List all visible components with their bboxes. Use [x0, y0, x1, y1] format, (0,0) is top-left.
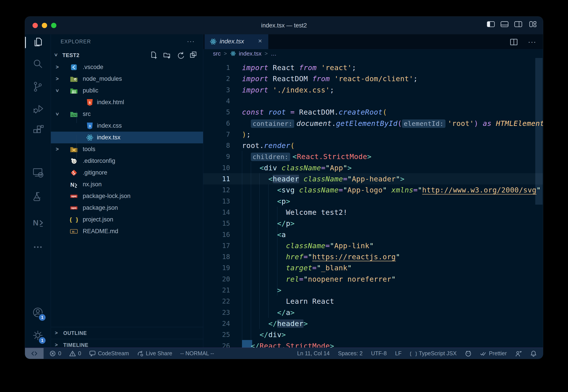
- code-line-19[interactable]: 19 target="_blank": [203, 262, 543, 273]
- code-line-13[interactable]: 13 <p>: [203, 196, 543, 207]
- outline-panel-label: OUTLINE: [63, 330, 87, 336]
- status-item-end-of-line[interactable]: LF: [395, 350, 402, 357]
- code-line-content: children:<React.StrictMode>: [242, 152, 372, 161]
- code-line-6[interactable]: 6 container:document.getElementById(elem…: [203, 118, 543, 129]
- code-line-8[interactable]: 8root.render(: [203, 140, 543, 151]
- activity-item-remote-explorer[interactable]: [32, 166, 44, 179]
- tree-item-nx.json[interactable]: Nnx.json: [51, 179, 203, 190]
- code-line-24[interactable]: 24 </header>: [203, 318, 543, 329]
- tree-item-tools[interactable]: >tools: [51, 143, 203, 155]
- code-line-12[interactable]: 12 <svg className="App-logo" xmlns="http…: [203, 184, 543, 196]
- code-line-23[interactable]: 23 </a>: [203, 307, 543, 318]
- activity-item-extensions[interactable]: [32, 124, 44, 136]
- code-line-3[interactable]: 3import './index.css';: [203, 84, 543, 96]
- doublecheck-icon: [480, 350, 487, 357]
- status-item-live-share[interactable]: Live Share: [137, 350, 172, 357]
- status-item-problems-warnings[interactable]: 0: [69, 350, 81, 357]
- code-line-18[interactable]: 18 href="https://reactjs.org": [203, 251, 543, 262]
- breadcrumb-item-index.tsx[interactable]: index.tsx: [230, 50, 262, 57]
- line-number: 5: [203, 108, 230, 116]
- split-editor-button[interactable]: [509, 37, 518, 46]
- tree-item-label: index.html: [97, 99, 124, 106]
- tab-index-tsx[interactable]: index.tsx ×: [205, 34, 268, 49]
- json-braces-icon: { }: [70, 216, 78, 224]
- status-item-prettier[interactable]: Prettier: [480, 350, 507, 357]
- close-tab-icon[interactable]: ×: [258, 37, 262, 45]
- code-line-content: rel="noopener noreferrer": [242, 275, 396, 284]
- code-line-22[interactable]: 22 Learn React: [203, 295, 543, 307]
- code-line-11[interactable]: 11 <header className="App-header">: [203, 173, 543, 184]
- tree-item-public[interactable]: >public: [51, 85, 203, 97]
- code-line-9[interactable]: 9 children:<React.StrictMode>: [203, 151, 543, 162]
- tree-item-index.html[interactable]: 5index.html: [51, 97, 203, 108]
- breadcrumb-item-…[interactable]: …: [271, 50, 277, 57]
- tree-item-.gitignore[interactable]: .gitignore: [51, 167, 203, 179]
- code-line-10[interactable]: 10 <div className="App">: [203, 162, 543, 173]
- tree-item-.vscode[interactable]: >.vscode: [51, 61, 203, 73]
- tree-item-package.json[interactable]: npmpackage.json: [51, 202, 203, 214]
- code-line-5[interactable]: 5const root = ReactDOM.createRoot(: [203, 106, 543, 118]
- tree-item-package-lock.json[interactable]: npmpackage-lock.json: [51, 190, 203, 202]
- status-item-feedback[interactable]: [515, 350, 522, 357]
- code-line-17[interactable]: 17 className="App-link": [203, 240, 543, 251]
- toggle-panel-button[interactable]: [500, 21, 509, 29]
- code-editor[interactable]: 1import React from 'react';2import React…: [203, 58, 543, 348]
- breadcrumb-label: …: [271, 50, 277, 57]
- tree-item-src[interactable]: ></>src: [51, 108, 203, 120]
- status-item-vim-mode[interactable]: -- NORMAL --: [180, 350, 214, 357]
- status-item-notifications[interactable]: [530, 350, 537, 357]
- collapse-folders-button[interactable]: [189, 51, 198, 59]
- activity-item-explorer[interactable]: [32, 36, 44, 49]
- code-line-content: const root = ReactDOM.createRoot(: [242, 108, 387, 117]
- status-item-cursor-position[interactable]: Ln 11, Col 14: [297, 350, 330, 357]
- code-line-20[interactable]: 20 rel="noopener noreferrer": [203, 273, 543, 285]
- tree-item-README.md[interactable]: M↓README.md: [51, 225, 203, 237]
- code-line-7[interactable]: 7);: [203, 129, 543, 140]
- tree-item-.editorconfig[interactable]: .editorconfig: [51, 155, 203, 167]
- code-line-25[interactable]: 25 </div>: [203, 329, 543, 340]
- editor-more-actions-icon[interactable]: ···: [528, 37, 536, 46]
- toggle-secondary-sidebar-button[interactable]: [513, 21, 523, 29]
- code-line-1[interactable]: 1import React from 'react';: [203, 62, 543, 73]
- breadcrumb-item-src[interactable]: src: [213, 50, 221, 57]
- status-item-indentation[interactable]: Spaces: 2: [338, 350, 362, 357]
- activity-item-search[interactable]: [32, 57, 44, 70]
- customize-layout-button[interactable]: [528, 21, 538, 29]
- code-line-content: <div className="App">: [242, 163, 352, 173]
- views-more-actions-icon[interactable]: ···: [187, 37, 195, 45]
- tree-item-index.tsx[interactable]: index.tsx: [51, 132, 203, 143]
- status-item-encoding[interactable]: UTF-8: [371, 350, 387, 357]
- status-item-copilot[interactable]: [465, 350, 471, 357]
- npm-icon: npm: [70, 192, 78, 200]
- code-line-4[interactable]: 4: [203, 95, 543, 107]
- tree-item-project.json[interactable]: { }project.json: [51, 214, 203, 225]
- refresh-explorer-button[interactable]: [176, 51, 184, 59]
- code-line-21[interactable]: 21 >: [203, 284, 543, 296]
- code-line-2[interactable]: 2import ReactDOM from 'react-dom/client'…: [203, 73, 543, 84]
- remote-window-indicator[interactable]: [25, 348, 43, 359]
- outline-panel-header[interactable]: > OUTLINE: [51, 327, 203, 339]
- code-line-16[interactable]: 16 <a: [203, 229, 543, 240]
- activity-item-testing[interactable]: [32, 191, 44, 203]
- code-line-content: <p>: [242, 197, 291, 206]
- toggle-primary-sidebar-button[interactable]: [486, 21, 496, 29]
- project-section-header[interactable]: > TEST2: [51, 49, 203, 61]
- tree-item-label: src: [83, 111, 91, 117]
- activity-item-nx-console[interactable]: N: [32, 217, 44, 229]
- status-item-codestream[interactable]: CodeStream: [89, 350, 129, 357]
- breadcrumb-separator-icon: >: [264, 50, 268, 57]
- activity-item-source-control[interactable]: [32, 81, 44, 93]
- tree-item-node_modules[interactable]: >JSnode_modules: [51, 73, 203, 85]
- new-folder-button[interactable]: [163, 51, 171, 59]
- code-line-15[interactable]: 15 </p>: [203, 218, 543, 229]
- code-line-14[interactable]: 14 Welcome test2!: [203, 207, 543, 218]
- activity-item-more-views[interactable]: [32, 241, 44, 253]
- status-item-problems-errors[interactable]: 0: [49, 350, 61, 357]
- activity-item-run-debug[interactable]: [32, 103, 44, 115]
- braces-icon: { }: [410, 350, 417, 357]
- code-line-26[interactable]: 26 </React.StrictMode>: [203, 340, 543, 348]
- timeline-panel-header[interactable]: > TIMELINE: [51, 339, 203, 348]
- new-file-button[interactable]: [150, 51, 158, 59]
- tree-item-index.css[interactable]: 3index.css: [51, 120, 203, 132]
- status-item-language-mode[interactable]: { }TypeScript JSX: [410, 350, 457, 357]
